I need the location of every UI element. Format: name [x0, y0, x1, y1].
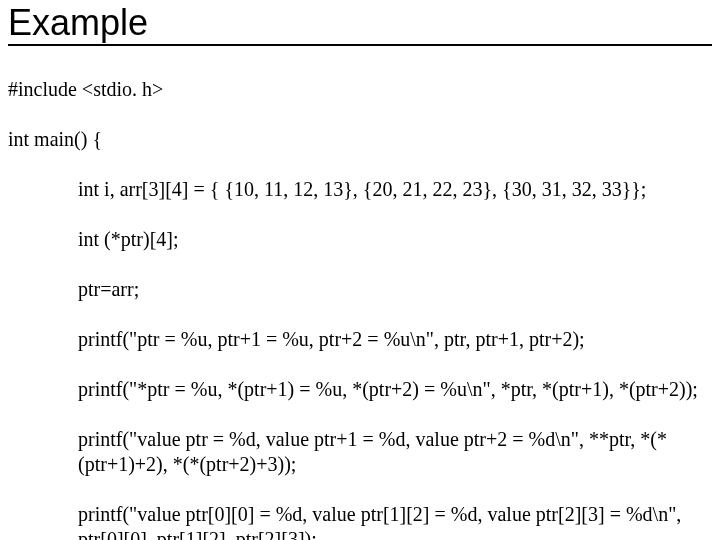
code-line: ptr=arr; — [8, 277, 712, 302]
code-line: printf("*ptr = %u, *(ptr+1) = %u, *(ptr+… — [8, 377, 712, 402]
code-line: printf("value ptr = %d, value ptr+1 = %d… — [8, 427, 712, 477]
code-line: int i, arr[3][4] = { {10, 11, 12, 13}, {… — [8, 177, 712, 202]
slide-title: Example — [8, 4, 712, 46]
code-line: int (*ptr)[4]; — [8, 227, 712, 252]
code-line: printf("ptr = %u, ptr+1 = %u, ptr+2 = %u… — [8, 327, 712, 352]
code-line: int main() { — [8, 127, 712, 152]
code-block: #include <stdio. h> int main() { int i, … — [8, 52, 712, 540]
code-line: printf("value ptr[0][0] = %d, value ptr[… — [8, 502, 712, 540]
code-line: #include <stdio. h> — [8, 77, 712, 102]
